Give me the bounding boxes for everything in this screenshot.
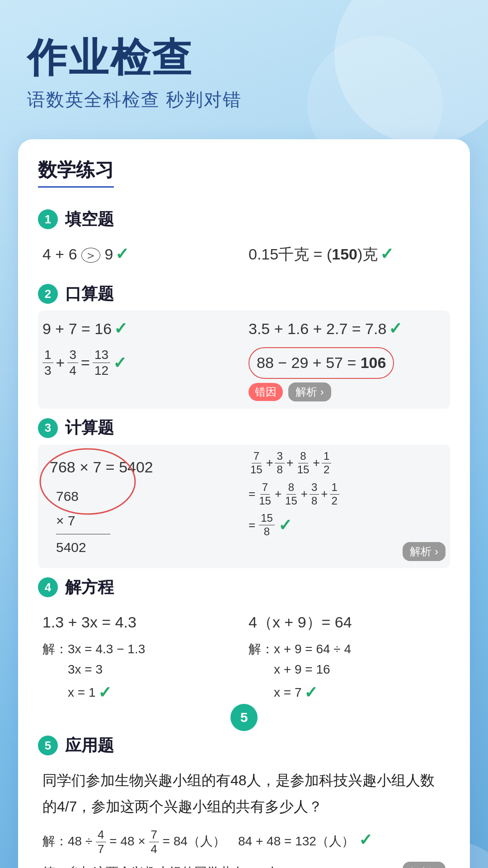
section-1-title: 填空题 <box>65 208 114 231</box>
section-3-num: 3 <box>38 418 58 438</box>
section-5-content: 同学们参加生物兴趣小组的有48人，是参加科技兴趣小组人数的4/7，参加这两个兴趣… <box>38 762 450 868</box>
section-5-title: 应用题 <box>65 735 114 757</box>
s4-right-problem: 4（x + 9）= 64 <box>249 609 446 636</box>
s2-r2-left-text: 13 + 34 = 1312 ✓ <box>42 347 239 378</box>
s1-right-text: 0.15千克 = (150)克 <box>249 245 378 263</box>
s4-left: 1.3 + 3x = 4.3 解：3x = 4.3 − 1.3 3x = 3 x… <box>42 609 239 706</box>
s2-r1-right-text: 3.5 + 1.6 + 2.7 = 7.8 <box>249 320 386 337</box>
section-1-content: 4 + 6 ＞ 9 ✓ 0.15千克 = (150)克 ✓ <box>38 236 450 275</box>
s5-solution-2: 答：参加这两个兴趣小组的同学共有132人 解析 › <box>42 862 446 868</box>
s3-jiexi-row: 解析 › <box>249 542 446 561</box>
section-5-num: 5 <box>38 736 58 755</box>
s4-right-step2: x + 9 = 16 <box>249 660 446 680</box>
s3-left: 768 × 7 = 5402 768 × 7 5402 <box>42 450 239 560</box>
s2-r1-left-check: ✓ <box>114 319 127 338</box>
section-1-num: 1 <box>38 209 58 229</box>
s4-right-step3: x = 7 ✓ <box>249 679 446 706</box>
page-title: 作业检查 <box>27 36 461 80</box>
s3-wrong-expr: 768 × 7 = 5402 <box>42 450 160 482</box>
s3-step2: = 158 ✓ <box>249 512 446 538</box>
s1-left-text: 4 + 6 ＞ 9 <box>42 245 113 263</box>
s2-r2-right: 88 − 29 + 57 = 106 错因 解析 › <box>249 347 446 401</box>
section-4-content: 1.3 + 3x = 4.3 解：3x = 4.3 − 1.3 3x = 3 x… <box>38 604 450 713</box>
section-2-num: 2 <box>38 284 58 304</box>
s2-r2-wrong-text: 88 − 29 + 57 = 106 <box>249 347 394 379</box>
float-5-badge: 5 <box>230 704 258 731</box>
cuoyin-badge: 错因 <box>249 383 283 401</box>
jiexi-btn-s2[interactable]: 解析 › <box>288 382 331 401</box>
section-3-content: 768 × 7 = 5402 768 × 7 5402 715 + <box>38 444 450 568</box>
section-3-title: 计算题 <box>65 417 114 439</box>
s4-left-problem: 1.3 + 3x = 4.3 <box>42 609 239 636</box>
s3-wrong-wrap: 768 × 7 = 5402 768 × 7 5402 <box>42 450 160 560</box>
s4-left-step1: 解：3x = 4.3 − 1.3 <box>42 639 239 660</box>
s3-step1: = 715 + 815 + 38 + 12 <box>249 481 446 508</box>
jiexi-btn-s3[interactable]: 解析 › <box>403 542 446 561</box>
s4-left-step3: x = 1 ✓ <box>42 679 239 706</box>
section-2-content: 9 + 7 = 16 ✓ 3.5 + 1.6 + 2.7 = 7.8 ✓ 13 … <box>38 311 450 409</box>
s3-right-expr: 715 + 38 + 815 + 12 <box>249 450 446 476</box>
s2-r1-left-text: 9 + 7 = 16 <box>42 320 112 337</box>
s2-r1-right: 3.5 + 1.6 + 2.7 = 7.8 ✓ <box>249 316 446 342</box>
section-5: 5 应用题 同学们参加生物兴趣小组的有48人，是参加科技兴趣小组人数的4/7，参… <box>38 726 450 868</box>
s3-vertical: 768 × 7 5402 <box>56 484 160 560</box>
s4-left-step2: 3x = 3 <box>42 660 239 680</box>
s5-question: 同学们参加生物兴趣小组的有48人，是参加科技兴趣小组人数的4/7，参加这两个兴趣… <box>42 768 446 820</box>
main-card: 数学练习 1 填空题 4 + 6 ＞ 9 ✓ 0.15千克 = (150)克 ✓… <box>18 139 470 868</box>
s2-r2-wrong-wrap: 88 − 29 + 57 = 106 <box>249 347 446 379</box>
s3-right: 715 + 38 + 815 + 12 = 715 + 815 + <box>249 450 446 561</box>
jiexi-btn-s5[interactable]: 解析 › <box>403 862 446 868</box>
section-3: 3 计算题 768 × 7 = 5402 768 × 7 <box>38 409 450 568</box>
s1-left: 4 + 6 ＞ 9 ✓ <box>42 241 239 268</box>
section-4-title: 解方程 <box>65 576 114 599</box>
section-2: 2 口算题 9 + 7 = 16 ✓ 3.5 + 1.6 + 2.7 = 7.8… <box>38 275 450 409</box>
s1-left-check: ✓ <box>115 245 129 263</box>
s4-right: 4（x + 9）= 64 解：x + 9 = 64 ÷ 4 x + 9 = 16… <box>249 609 446 706</box>
section-4: 4 解方程 1.3 + 3x = 4.3 解：3x = 4.3 − 1.3 3x… <box>38 568 450 713</box>
s5-solution-1: 解：48 ÷ 47 = 48 × 74 = 84（人） 84 + 48 = 13… <box>42 827 446 856</box>
page-subtitle: 语数英全科检查 秒判对错 <box>27 87 461 112</box>
s4-right-step1: 解：x + 9 = 64 ÷ 4 <box>249 639 446 660</box>
s1-right: 0.15千克 = (150)克 ✓ <box>249 241 446 268</box>
header: 作业检查 语数英全科检查 秒判对错 <box>0 0 488 130</box>
card-title: 数学练习 <box>38 157 114 188</box>
s2-r2-left: 13 + 34 = 1312 ✓ <box>42 347 239 378</box>
section-2-title: 口算题 <box>65 283 114 305</box>
s2-r1-right-check: ✓ <box>389 319 402 338</box>
section-4-num: 4 <box>38 577 58 597</box>
section-1: 1 填空题 4 + 6 ＞ 9 ✓ 0.15千克 = (150)克 ✓ <box>38 200 450 275</box>
s2-r1-left: 9 + 7 = 16 ✓ <box>42 316 239 342</box>
s1-right-check: ✓ <box>380 245 394 263</box>
